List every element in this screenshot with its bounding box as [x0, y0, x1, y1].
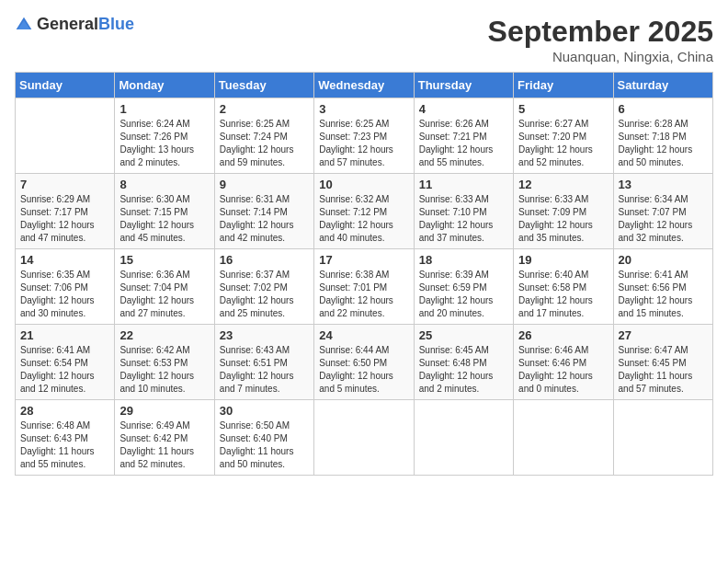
- page-header: GeneralBlue September 2025 Nuanquan, Nin…: [15, 15, 713, 64]
- col-header-sunday: Sunday: [16, 73, 115, 98]
- week-row-5: 28Sunrise: 6:48 AM Sunset: 6:43 PM Dayli…: [16, 400, 713, 476]
- day-cell: 15Sunrise: 6:36 AM Sunset: 7:04 PM Dayli…: [115, 249, 214, 325]
- day-cell: 29Sunrise: 6:49 AM Sunset: 6:42 PM Dayli…: [115, 400, 214, 476]
- day-cell: 26Sunrise: 6:46 AM Sunset: 6:46 PM Dayli…: [514, 325, 613, 400]
- day-info: Sunrise: 6:25 AM Sunset: 7:23 PM Dayligh…: [319, 118, 408, 169]
- day-number: 28: [20, 404, 109, 418]
- calendar-header-row: SundayMondayTuesdayWednesdayThursdayFrid…: [16, 73, 713, 98]
- day-info: Sunrise: 6:28 AM Sunset: 7:18 PM Dayligh…: [619, 118, 708, 169]
- day-info: Sunrise: 6:33 AM Sunset: 7:10 PM Dayligh…: [419, 193, 508, 245]
- day-number: 1: [119, 102, 209, 116]
- day-info: Sunrise: 6:44 AM Sunset: 6:50 PM Dayligh…: [319, 344, 408, 396]
- day-info: Sunrise: 6:46 AM Sunset: 6:46 PM Dayligh…: [518, 344, 608, 396]
- day-number: 6: [619, 102, 708, 116]
- day-cell: 5Sunrise: 6:27 AM Sunset: 7:20 PM Daylig…: [514, 98, 613, 174]
- day-cell: 24Sunrise: 6:44 AM Sunset: 6:50 PM Dayli…: [314, 325, 414, 400]
- day-info: Sunrise: 6:41 AM Sunset: 6:54 PM Dayligh…: [20, 344, 109, 396]
- location-title: Nuanquan, Ningxia, China: [488, 49, 713, 64]
- day-number: 26: [518, 328, 608, 342]
- day-cell: [414, 400, 513, 476]
- day-cell: [16, 98, 115, 174]
- day-number: 2: [220, 102, 309, 116]
- week-row-3: 14Sunrise: 6:35 AM Sunset: 7:06 PM Dayli…: [16, 249, 713, 325]
- day-cell: 25Sunrise: 6:45 AM Sunset: 6:48 PM Dayli…: [414, 325, 513, 400]
- day-number: 15: [119, 253, 209, 267]
- col-header-saturday: Saturday: [613, 73, 712, 98]
- day-number: 9: [220, 178, 309, 191]
- day-number: 8: [119, 178, 209, 191]
- day-number: 4: [419, 102, 508, 116]
- col-header-wednesday: Wednesday: [314, 73, 414, 98]
- col-header-thursday: Thursday: [414, 73, 513, 98]
- logo-general: General: [37, 15, 98, 33]
- day-cell: 17Sunrise: 6:38 AM Sunset: 7:01 PM Dayli…: [314, 249, 414, 325]
- day-info: Sunrise: 6:47 AM Sunset: 6:45 PM Dayligh…: [619, 344, 708, 396]
- day-number: 30: [220, 404, 309, 418]
- day-info: Sunrise: 6:39 AM Sunset: 6:59 PM Dayligh…: [419, 269, 508, 320]
- day-info: Sunrise: 6:29 AM Sunset: 7:17 PM Dayligh…: [20, 193, 109, 245]
- week-row-4: 21Sunrise: 6:41 AM Sunset: 6:54 PM Dayli…: [16, 325, 713, 400]
- day-number: 11: [419, 178, 508, 191]
- day-number: 3: [319, 102, 408, 116]
- day-info: Sunrise: 6:35 AM Sunset: 7:06 PM Dayligh…: [20, 269, 109, 320]
- day-cell: 19Sunrise: 6:40 AM Sunset: 6:58 PM Dayli…: [514, 249, 613, 325]
- day-cell: 21Sunrise: 6:41 AM Sunset: 6:54 PM Dayli…: [16, 325, 115, 400]
- day-info: Sunrise: 6:27 AM Sunset: 7:20 PM Dayligh…: [518, 118, 608, 169]
- col-header-tuesday: Tuesday: [214, 73, 313, 98]
- day-number: 25: [419, 328, 508, 342]
- day-cell: 30Sunrise: 6:50 AM Sunset: 6:40 PM Dayli…: [214, 400, 313, 476]
- day-info: Sunrise: 6:33 AM Sunset: 7:09 PM Dayligh…: [518, 193, 608, 245]
- day-cell: 16Sunrise: 6:37 AM Sunset: 7:02 PM Dayli…: [214, 249, 313, 325]
- day-cell: 28Sunrise: 6:48 AM Sunset: 6:43 PM Dayli…: [16, 400, 115, 476]
- day-cell: 2Sunrise: 6:25 AM Sunset: 7:24 PM Daylig…: [214, 98, 313, 174]
- day-info: Sunrise: 6:48 AM Sunset: 6:43 PM Dayligh…: [20, 419, 109, 471]
- day-number: 24: [319, 328, 408, 342]
- day-cell: 9Sunrise: 6:31 AM Sunset: 7:14 PM Daylig…: [214, 174, 313, 249]
- day-info: Sunrise: 6:31 AM Sunset: 7:14 PM Dayligh…: [220, 193, 309, 245]
- day-info: Sunrise: 6:30 AM Sunset: 7:15 PM Dayligh…: [119, 193, 209, 245]
- day-cell: 6Sunrise: 6:28 AM Sunset: 7:18 PM Daylig…: [613, 98, 712, 174]
- day-info: Sunrise: 6:26 AM Sunset: 7:21 PM Dayligh…: [419, 118, 508, 169]
- day-info: Sunrise: 6:43 AM Sunset: 6:51 PM Dayligh…: [220, 344, 309, 396]
- day-number: 10: [319, 178, 408, 191]
- col-header-friday: Friday: [514, 73, 613, 98]
- day-info: Sunrise: 6:45 AM Sunset: 6:48 PM Dayligh…: [419, 344, 508, 396]
- day-number: 13: [619, 178, 708, 191]
- day-cell: [314, 400, 414, 476]
- day-cell: 14Sunrise: 6:35 AM Sunset: 7:06 PM Dayli…: [16, 249, 115, 325]
- day-cell: 18Sunrise: 6:39 AM Sunset: 6:59 PM Dayli…: [414, 249, 513, 325]
- day-info: Sunrise: 6:50 AM Sunset: 6:40 PM Dayligh…: [220, 419, 309, 471]
- day-number: 5: [518, 102, 608, 116]
- day-number: 21: [20, 328, 109, 342]
- logo-text: GeneralBlue: [37, 15, 134, 34]
- day-cell: [514, 400, 613, 476]
- day-info: Sunrise: 6:34 AM Sunset: 7:07 PM Dayligh…: [619, 193, 708, 245]
- day-info: Sunrise: 6:32 AM Sunset: 7:12 PM Dayligh…: [319, 193, 408, 245]
- week-row-2: 7Sunrise: 6:29 AM Sunset: 7:17 PM Daylig…: [16, 174, 713, 249]
- day-number: 16: [220, 253, 309, 267]
- day-number: 14: [20, 253, 109, 267]
- logo-blue: Blue: [98, 15, 134, 33]
- day-cell: [613, 400, 712, 476]
- day-cell: 1Sunrise: 6:24 AM Sunset: 7:26 PM Daylig…: [115, 98, 214, 174]
- col-header-monday: Monday: [115, 73, 214, 98]
- day-cell: 23Sunrise: 6:43 AM Sunset: 6:51 PM Dayli…: [214, 325, 313, 400]
- logo: GeneralBlue: [15, 15, 134, 34]
- day-info: Sunrise: 6:36 AM Sunset: 7:04 PM Dayligh…: [119, 269, 209, 320]
- day-info: Sunrise: 6:41 AM Sunset: 6:56 PM Dayligh…: [619, 269, 708, 320]
- day-info: Sunrise: 6:24 AM Sunset: 7:26 PM Dayligh…: [119, 118, 209, 169]
- week-row-1: 1Sunrise: 6:24 AM Sunset: 7:26 PM Daylig…: [16, 98, 713, 174]
- month-title: September 2025: [488, 15, 713, 49]
- day-info: Sunrise: 6:38 AM Sunset: 7:01 PM Dayligh…: [319, 269, 408, 320]
- day-cell: 4Sunrise: 6:26 AM Sunset: 7:21 PM Daylig…: [414, 98, 513, 174]
- day-number: 23: [220, 328, 309, 342]
- day-cell: 20Sunrise: 6:41 AM Sunset: 6:56 PM Dayli…: [613, 249, 712, 325]
- logo-icon: [15, 16, 33, 34]
- day-number: 29: [119, 404, 209, 418]
- day-info: Sunrise: 6:37 AM Sunset: 7:02 PM Dayligh…: [220, 269, 309, 320]
- day-info: Sunrise: 6:42 AM Sunset: 6:53 PM Dayligh…: [119, 344, 209, 396]
- day-number: 27: [619, 328, 708, 342]
- day-number: 20: [619, 253, 708, 267]
- day-info: Sunrise: 6:40 AM Sunset: 6:58 PM Dayligh…: [518, 269, 608, 320]
- calendar-table: SundayMondayTuesdayWednesdayThursdayFrid…: [15, 72, 713, 476]
